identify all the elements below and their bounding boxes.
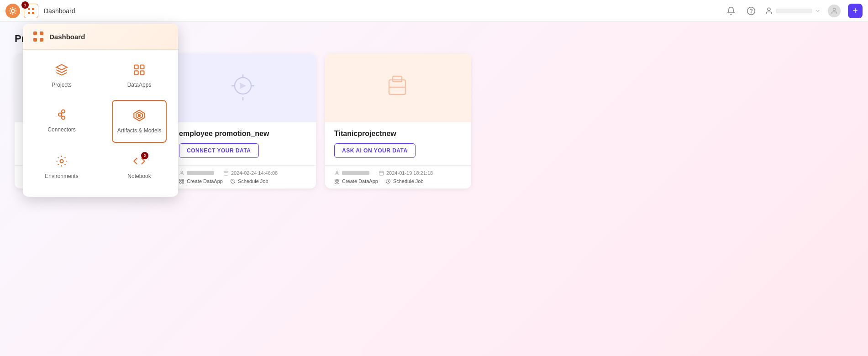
project-card-employee: employee promotion_new CONNECT YOUR DATA… — [170, 54, 316, 188]
nav-connectors-label: Connectors — [47, 126, 75, 133]
dataapps-icon — [133, 63, 146, 79]
svg-point-51 — [336, 171, 338, 173]
nav-environments-label: Environments — [45, 173, 78, 179]
card-footer-actions-employee: Create DataApp Schedule Job — [179, 178, 307, 184]
nav-projects[interactable]: Projects — [47, 55, 76, 96]
project-card-titanic: Titanicprojectnew ASK AI ON YOUR DATA 20… — [325, 54, 471, 188]
create-dataapp-btn-employee[interactable]: Create DataApp — [179, 178, 223, 184]
nav-artifacts-models[interactable]: Artifacts & Models — [112, 100, 167, 143]
card-footer-actions-titanic: Create DataApp Schedule Job — [334, 178, 462, 184]
nav-notebook-label: Notebook — [127, 173, 151, 179]
schedule-job-btn-employee[interactable]: Schedule Job — [230, 178, 268, 184]
badge-2: 2 — [141, 152, 148, 159]
nav-notebook[interactable]: 2 Notebook — [123, 147, 155, 188]
nav-connectors[interactable]: Connectors — [43, 100, 80, 141]
nav-artifacts-wrap: Artifacts & Models — [100, 98, 178, 145]
notifications-icon[interactable] — [725, 5, 737, 17]
artifacts-icon — [133, 109, 146, 125]
svg-point-25 — [60, 160, 63, 163]
topnav: 1 Dashboard — [0, 0, 868, 22]
dropdown-header: Dashboard — [23, 24, 178, 50]
svg-rect-12 — [40, 38, 43, 42]
card-user-titanic — [334, 170, 369, 176]
card-title-employee: employee promotion_new — [179, 130, 307, 138]
svg-rect-43 — [180, 179, 182, 181]
dropdown-header-label: Dashboard — [49, 33, 85, 41]
dropdown-row-3: Environments 2 Notebook — [23, 145, 178, 189]
svg-rect-15 — [134, 71, 138, 74]
svg-point-24 — [138, 115, 141, 117]
svg-line-21 — [62, 115, 62, 117]
card-banner-employee — [170, 54, 316, 122]
ask-ai-btn-titanic[interactable]: ASK AI ON YOUR DATA — [334, 143, 416, 158]
svg-point-38 — [181, 171, 183, 173]
nav-projects-label: Projects — [52, 82, 71, 88]
card-body-employee: employee promotion_new CONNECT YOUR DATA — [170, 122, 316, 165]
svg-line-20 — [62, 112, 62, 115]
connect-data-btn-employee[interactable]: CONNECT YOUR DATA — [179, 143, 259, 158]
help-icon[interactable] — [745, 5, 758, 17]
grid-menu-button[interactable]: 1 — [24, 4, 38, 18]
schedule-job-label-employee: Schedule Job — [238, 178, 268, 184]
dropdown-row-1: Projects DataApps — [23, 53, 178, 98]
nav-connectors-wrap: Connectors — [23, 98, 100, 145]
svg-rect-2 — [32, 8, 34, 10]
svg-rect-4 — [32, 12, 34, 14]
topnav-icons: + — [725, 4, 863, 18]
svg-rect-14 — [140, 65, 144, 69]
create-dataapp-label-titanic: Create DataApp — [342, 178, 378, 184]
nav-dataapps-wrap: DataApps — [100, 53, 178, 98]
card-footer-employee: 2024-02-24 14:46:08 Create DataApp Sched… — [170, 165, 316, 188]
card-user-employee — [179, 170, 214, 176]
card-date-text-employee: 2024-02-24 14:46:08 — [231, 170, 278, 176]
card-user-blurred-employee — [187, 171, 214, 175]
schedule-job-label-titanic: Schedule Job — [393, 178, 424, 184]
nav-projects-wrap: Projects — [23, 53, 100, 98]
nav-environments-wrap: Environments — [23, 145, 100, 189]
add-button[interactable]: + — [848, 4, 863, 18]
nav-environments[interactable]: Environments — [40, 147, 83, 188]
nav-artifacts-label: Artifacts & Models — [117, 127, 162, 134]
svg-rect-13 — [134, 65, 138, 69]
dropdown-row-2: Connectors Artifacts & Models — [23, 98, 178, 145]
svg-rect-58 — [335, 182, 337, 183]
page-title: Dashboard — [44, 7, 75, 15]
svg-rect-46 — [182, 182, 184, 183]
card-date-text-titanic: 2024-01-19 18:21:18 — [386, 170, 433, 176]
svg-point-0 — [11, 9, 15, 12]
svg-rect-52 — [379, 171, 384, 175]
schedule-job-btn-titanic[interactable]: Schedule Job — [385, 178, 424, 184]
card-date-titanic: 2024-01-19 18:21:18 — [379, 170, 433, 176]
card-user-blurred-titanic — [342, 171, 369, 175]
app-logo[interactable] — [5, 4, 20, 18]
svg-rect-16 — [140, 71, 144, 74]
nav-notebook-wrap: 2 Notebook — [100, 145, 178, 189]
nav-dataapps-label: DataApps — [127, 82, 152, 88]
card-date-employee: 2024-02-24 14:46:08 — [223, 170, 278, 176]
card-body-titanic: Titanicprojectnew ASK AI ON YOUR DATA — [325, 122, 471, 165]
card-banner-titanic — [325, 54, 471, 122]
svg-rect-49 — [393, 76, 402, 82]
svg-rect-56 — [335, 179, 337, 181]
create-dataapp-label-employee: Create DataApp — [187, 178, 223, 184]
svg-point-8 — [833, 8, 835, 10]
svg-rect-11 — [33, 38, 37, 42]
badge-1: 1 — [21, 1, 29, 9]
card-footer-row-1-titanic: 2024-01-19 18:21:18 — [334, 170, 462, 176]
user-menu[interactable] — [765, 7, 821, 15]
svg-rect-9 — [33, 31, 37, 35]
projects-icon — [55, 63, 68, 79]
svg-rect-39 — [224, 171, 228, 175]
create-dataapp-btn-titanic[interactable]: Create DataApp — [334, 178, 378, 184]
user-avatar[interactable] — [828, 5, 841, 17]
nav-dropdown: Dashboard Projects — [23, 24, 178, 197]
svg-rect-45 — [180, 182, 182, 183]
nav-dataapps[interactable]: DataApps — [123, 55, 156, 96]
svg-point-17 — [58, 113, 62, 116]
card-title-titanic: Titanicprojectnew — [334, 130, 462, 138]
svg-rect-44 — [182, 179, 184, 181]
notebook-icon: 2 — [133, 155, 146, 170]
svg-rect-59 — [337, 182, 339, 183]
svg-rect-57 — [337, 179, 339, 181]
card-footer-titanic: 2024-01-19 18:21:18 Create DataApp Sched… — [325, 165, 471, 188]
